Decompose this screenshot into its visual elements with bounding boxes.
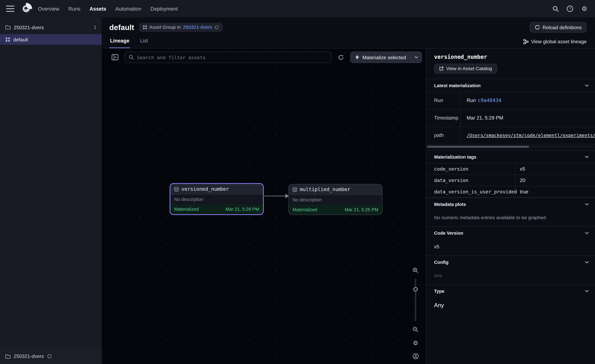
asset-node-description: No description [289, 195, 382, 205]
asset-details-panel: versioned_number View in Asset Catalog L… [426, 49, 595, 364]
row-label: Run [426, 92, 461, 109]
tab-lineage[interactable]: Lineage [109, 38, 130, 48]
view-in-asset-catalog-label: View in Asset Catalog [446, 66, 492, 71]
search-icon[interactable] [550, 3, 561, 14]
page-header: default Asset Group in 250321-dvers Relo… [102, 17, 595, 49]
sidebar-group-row[interactable]: 250321-dvers 1 [0, 21, 102, 34]
path-link[interactable]: /Users/smackesey/stm/code/elementl/exper… [467, 133, 595, 138]
view-in-asset-catalog-button[interactable]: View in Asset Catalog [434, 64, 497, 74]
section-materialization-tags[interactable]: Materialization tags [426, 150, 595, 163]
table-icon [292, 187, 297, 192]
section-type[interactable]: Type [426, 284, 595, 297]
sidebar-group-name: 250321-dvers [14, 25, 44, 30]
section-title: Materialization tags [434, 154, 476, 160]
zoom-in-icon[interactable] [411, 266, 420, 275]
section-latest-materialization[interactable]: Latest materialization [426, 79, 595, 92]
nav-deployment[interactable]: Deployment [150, 6, 178, 12]
asset-group-icon [5, 37, 10, 42]
nav-automation[interactable]: Automation [115, 6, 141, 12]
section-title: Code Version [434, 230, 463, 236]
zoom-slider-handle[interactable] [413, 287, 418, 292]
tag-value: true [515, 186, 595, 197]
materialize-selected-button[interactable]: Materialize selected [351, 52, 411, 63]
code-version-value: v5 [426, 239, 595, 256]
asset-node-status: Materialized [174, 207, 199, 212]
section-metadata-plots[interactable]: Metadata plots [426, 198, 595, 210]
folder-icon [5, 354, 11, 358]
menu-icon[interactable] [6, 6, 14, 12]
asset-node-name: versioned_number [181, 186, 229, 192]
section-title: Latest materialization [434, 83, 481, 88]
user-circle-icon[interactable] [411, 351, 420, 361]
chevron-down-icon [585, 261, 589, 264]
refresh-icon[interactable] [336, 52, 346, 62]
nav-overview[interactable]: Overview [38, 6, 59, 12]
scrollbar-thumb[interactable] [427, 146, 529, 148]
tag-value: 20 [515, 175, 595, 186]
badge-prefix: Asset Group in [149, 25, 181, 30]
sync-icon[interactable] [47, 354, 52, 359]
collapse-panel-icon[interactable] [110, 52, 120, 62]
run-id-link[interactable]: c9a40434 [478, 98, 502, 103]
horizontal-scrollbar[interactable] [427, 146, 594, 148]
sync-icon[interactable] [214, 25, 219, 29]
table-row: Run Runc9a40434 [426, 92, 595, 110]
nav-runs[interactable]: Runs [69, 6, 80, 12]
badge-repo-link[interactable]: 250321-dvers [183, 25, 212, 30]
chevron-down-icon [585, 290, 589, 292]
nav-assets[interactable]: Assets [89, 6, 106, 12]
reload-definitions-button[interactable]: Reload definitions [530, 22, 587, 33]
tab-list[interactable]: List [139, 38, 149, 48]
table-row: data_version_is_user_provided true [426, 186, 595, 198]
materialize-selected-label: Materialize selected [362, 54, 406, 60]
app-window: Overview Runs Assets Automation Deployme… [0, 0, 595, 364]
search-icon [129, 55, 134, 60]
asset-node-versioned-number[interactable]: versioned_number No description Material… [170, 183, 264, 215]
asset-node-multiplied-number[interactable]: multiplied_number No description Materia… [288, 184, 382, 215]
footer-repo-name: 250321-dvers [14, 353, 44, 359]
tag-key: data_version_is_user_provided [426, 186, 515, 197]
table-row: path /Users/smackesey/stm/code/elementl/… [426, 127, 595, 145]
view-global-lineage-button[interactable]: View global asset lineage [523, 39, 587, 48]
zoom-out-icon[interactable] [411, 325, 420, 335]
screen: Overview Runs Assets Automation Deployme… [0, 0, 595, 364]
chevron-down-icon [585, 84, 589, 87]
section-title: Type [434, 288, 445, 294]
help-icon[interactable]: ? [565, 3, 575, 14]
section-config[interactable]: Config [426, 256, 595, 269]
tabs: Lineage List View global asset lineage [109, 38, 587, 48]
page-title: default [109, 23, 134, 32]
sidebar-footer: 250321-dvers [0, 348, 102, 364]
lineage-graph-canvas[interactable]: Materialize selected [102, 49, 426, 364]
reload-definitions-label: Reload definitions [542, 25, 582, 30]
sidebar-spacer [0, 45, 102, 348]
dagster-logo[interactable] [20, 2, 33, 15]
section-title: Metadata plots [434, 202, 466, 207]
table-row: Timestamp Mar 21, 5:29 PM [426, 110, 595, 127]
section-title: Config [434, 259, 448, 265]
asset-groups-sidebar: 250321-dvers 1 default 250321-dvers [0, 17, 102, 364]
lineage-icon [523, 39, 528, 44]
search-input[interactable] [137, 54, 327, 60]
materialize-caret-icon[interactable] [411, 52, 421, 63]
chevron-down-icon [585, 232, 589, 234]
asset-group-badge: Asset Group in 250321-dvers [139, 23, 223, 32]
asset-node-name: multiplied_number [300, 187, 350, 192]
chevron-down-icon [585, 155, 589, 158]
sidebar-item-default[interactable]: default [0, 34, 102, 45]
table-row: data_version 20 [426, 175, 595, 186]
graph-controls: ⚙ [411, 266, 420, 361]
section-code-version[interactable]: Code Version [426, 226, 595, 239]
panel-asset-name: versioned_number [426, 49, 595, 60]
run-prefix: Run [467, 98, 476, 103]
external-link-icon [439, 66, 444, 71]
reload-icon [534, 25, 540, 30]
tag-key: code_version [426, 163, 515, 174]
materialization-tags-table: code_version v5 data_version 20 data_ver… [426, 163, 595, 198]
asset-group-icon [142, 25, 147, 29]
asset-node-timestamp: Mar 21, 5:29 PM [226, 207, 259, 212]
zoom-slider[interactable] [415, 279, 416, 321]
settings-icon[interactable]: ⚙ [579, 3, 590, 14]
bolt-icon [355, 55, 359, 60]
graph-settings-icon[interactable]: ⚙ [411, 338, 420, 348]
